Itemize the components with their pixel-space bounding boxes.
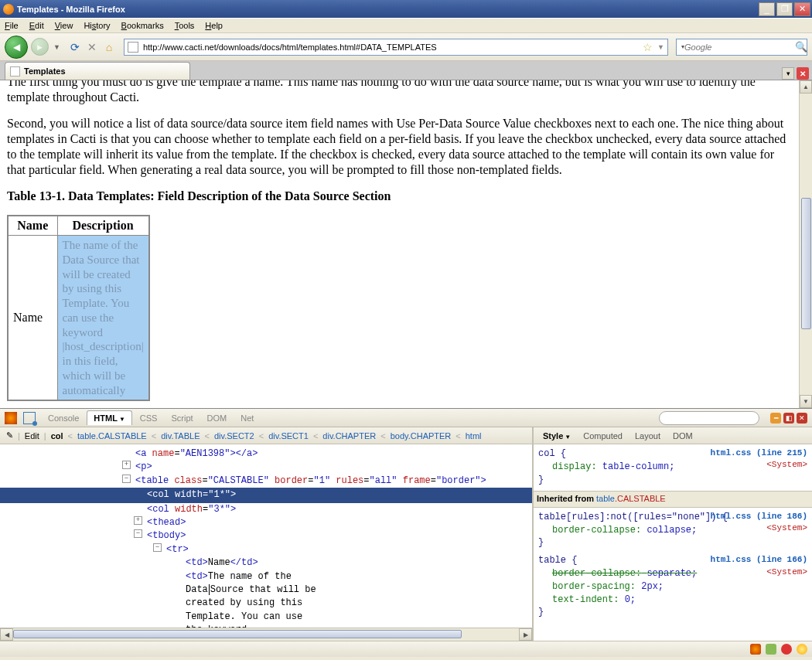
url-dropdown[interactable]: ▼ xyxy=(657,43,664,51)
horizontal-scrollbar[interactable]: ◀ ▶ xyxy=(0,628,532,641)
abp-status-icon[interactable] xyxy=(781,644,792,655)
scroll-thumb[interactable] xyxy=(801,198,811,329)
minimize-button[interactable]: _ xyxy=(759,2,775,16)
url-input[interactable] xyxy=(142,43,638,52)
nav-toolbar: ▼ ⟳ ✕ ⌂ ☆ ▼ ▾ 🔍 xyxy=(0,33,812,61)
search-go-icon[interactable]: 🔍 xyxy=(795,41,807,53)
firebug-icon[interactable] xyxy=(5,412,17,424)
firebug-style-pane: Style▼ Computed Layout DOM html.css (lin… xyxy=(534,427,812,641)
menu-tools[interactable]: Tools xyxy=(175,21,195,30)
restore-button[interactable]: ❐ xyxy=(776,2,793,16)
firebug-status-icon[interactable] xyxy=(750,644,761,655)
scroll-up-button[interactable]: ▲ xyxy=(800,80,812,94)
css-rules[interactable]: html.css (line 215)<System> col { displa… xyxy=(534,444,812,641)
source-link[interactable]: html.css (line 215) xyxy=(711,448,807,458)
inspect-icon[interactable] xyxy=(23,412,36,424)
expand-icon[interactable]: + xyxy=(134,516,142,525)
selected-node: <col width="1*"> xyxy=(0,488,532,502)
edit-button[interactable]: Edit xyxy=(25,431,39,441)
crumb-chapter[interactable]: div.CHAPTER xyxy=(322,431,376,441)
history-dropdown[interactable]: ▼ xyxy=(53,43,60,51)
source-link[interactable]: html.css (line 166) xyxy=(711,555,807,564)
firebug-tab-css[interactable]: CSS xyxy=(134,411,164,425)
crumb-sect2[interactable]: div.SECT2 xyxy=(214,431,254,441)
table-caption: Table 13-1. Data Templates: Field Descri… xyxy=(7,189,792,204)
firebug-close-button[interactable]: ✕ xyxy=(797,413,807,424)
close-button[interactable]: ✕ xyxy=(794,2,810,16)
forward-button[interactable] xyxy=(31,38,49,56)
smiley-status-icon[interactable] xyxy=(797,644,807,655)
scroll-right-button[interactable]: ▶ xyxy=(519,628,532,641)
firebug-html-pane: ✎ | Edit | col < table.CALSTABLE < div.T… xyxy=(0,427,534,641)
th-name: Name xyxy=(8,216,57,236)
chevron-down-icon: ▼ xyxy=(119,416,125,423)
source-link[interactable]: html.css (line 186) xyxy=(711,512,807,521)
collapse-icon[interactable]: − xyxy=(134,529,142,538)
menu-help[interactable]: Help xyxy=(205,21,223,30)
crumb-divtable[interactable]: div.TABLE xyxy=(161,431,200,441)
chevron-down-icon: ▼ xyxy=(565,434,571,441)
scroll-down-button[interactable]: ▼ xyxy=(800,395,812,408)
browser-tab[interactable]: Templates xyxy=(5,62,190,80)
status-bar xyxy=(0,641,812,657)
bookmark-star-icon[interactable]: ☆ xyxy=(643,41,653,53)
firebug-minimize-button[interactable]: ━ xyxy=(770,413,781,424)
menu-file[interactable]: File xyxy=(5,21,19,30)
window-titlebar: Templates - Mozilla Firefox _ ❐ ✕ xyxy=(0,0,812,18)
firebug-tab-net[interactable]: Net xyxy=(234,411,260,425)
menu-bookmarks[interactable]: Bookmarks xyxy=(121,21,164,30)
url-bar[interactable]: ☆ ▼ xyxy=(124,39,668,56)
firebug-tab-dom[interactable]: DOM xyxy=(201,411,234,425)
breadcrumb: ✎ | Edit | col < table.CALSTABLE < div.T… xyxy=(0,427,532,444)
menu-view[interactable]: View xyxy=(55,21,73,30)
data-template-table: Name Description Name The name of the Da… xyxy=(7,215,150,401)
style-tab-layout[interactable]: Layout xyxy=(629,429,667,443)
style-tab-style[interactable]: Style▼ xyxy=(537,429,577,443)
tab-list-dropdown[interactable]: ▾ xyxy=(782,67,794,80)
style-tab-dom[interactable]: DOM xyxy=(667,429,699,443)
firebug-search-input[interactable] xyxy=(659,411,759,425)
firebug-panel: Console HTML▼ CSS Script DOM Net ━ ◧ ✕ ✎… xyxy=(0,408,812,641)
home-icon[interactable]: ⌂ xyxy=(102,40,116,54)
back-button[interactable] xyxy=(5,36,28,59)
tab-page-icon xyxy=(10,66,20,77)
paragraph-2: Second, you will notice a list of data s… xyxy=(7,116,792,178)
td-name: Name xyxy=(8,236,57,401)
collapse-icon[interactable]: − xyxy=(153,543,162,552)
html-tree[interactable]: <a name="AEN1398"></a> +<p> −<table clas… xyxy=(0,444,532,628)
stop-icon[interactable]: ✕ xyxy=(85,40,99,54)
menu-edit[interactable]: Edit xyxy=(29,21,44,30)
crumb-sect1[interactable]: div.SECT1 xyxy=(268,431,309,441)
paragraph-cut: The first thing you must do is give the … xyxy=(7,80,792,105)
menubar: File Edit View History Bookmarks Tools H… xyxy=(0,18,812,33)
reload-icon[interactable]: ⟳ xyxy=(68,40,82,54)
firebug-tab-html[interactable]: HTML▼ xyxy=(87,410,131,425)
collapse-icon[interactable]: − xyxy=(122,475,131,483)
firebug-popout-button[interactable]: ◧ xyxy=(783,413,794,424)
crumb-col[interactable]: col xyxy=(51,431,63,441)
page-icon xyxy=(128,42,138,53)
vertical-scrollbar[interactable]: ▲ ▼ xyxy=(799,80,812,408)
window-title: Templates - Mozilla Firefox xyxy=(17,5,759,14)
search-bar[interactable]: ▾ 🔍 xyxy=(676,39,807,56)
menu-history[interactable]: History xyxy=(84,21,110,30)
crumb-body[interactable]: body.CHAPTER xyxy=(391,431,452,441)
tab-label: Templates xyxy=(24,66,66,76)
expand-icon[interactable]: + xyxy=(122,461,131,469)
firebug-tab-console[interactable]: Console xyxy=(42,411,85,425)
style-tab-computed[interactable]: Computed xyxy=(577,429,629,443)
style-tabs: Style▼ Computed Layout DOM xyxy=(534,427,812,444)
search-input[interactable] xyxy=(684,43,792,52)
td-description[interactable]: The name of the Data Source that will be… xyxy=(57,236,149,401)
status-icon[interactable] xyxy=(766,644,776,655)
tab-strip: Templates ▾ ✕ xyxy=(0,61,812,80)
crumb-table[interactable]: table.CALSTABLE xyxy=(77,431,147,441)
firebug-edit-icon[interactable]: ✎ xyxy=(6,430,13,441)
th-description: Description xyxy=(57,216,149,236)
crumb-html[interactable]: html xyxy=(466,431,482,441)
scroll-left-button[interactable]: ◀ xyxy=(0,628,13,641)
close-tab-button[interactable]: ✕ xyxy=(797,67,809,80)
page-content: The first thing you must do is give the … xyxy=(0,80,799,408)
hscroll-thumb[interactable] xyxy=(13,630,462,638)
firebug-tab-script[interactable]: Script xyxy=(165,411,199,425)
